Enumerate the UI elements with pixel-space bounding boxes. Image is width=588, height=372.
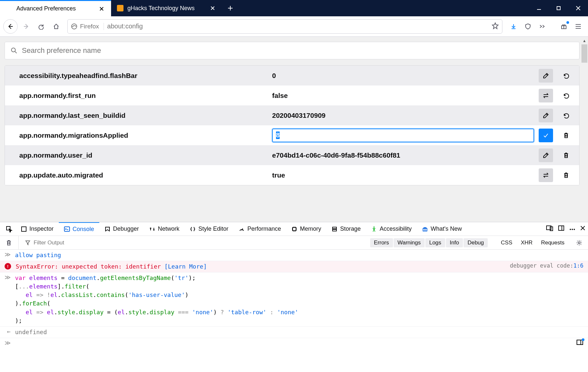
close-icon [99, 7, 104, 11]
devtools-tab-accessibility[interactable]: Accessibility [366, 222, 417, 236]
app-menu-button[interactable] [572, 20, 585, 33]
filter-chip-warnings[interactable]: Warnings [394, 238, 425, 247]
pref-reset-button[interactable] [559, 109, 573, 122]
whats-new-button[interactable] [557, 20, 570, 33]
pref-toggle-button[interactable] [539, 168, 553, 182]
devtools-tab-inspector[interactable]: Inspector [16, 222, 59, 236]
blank-favicon [6, 6, 12, 12]
tab-ghacks[interactable]: gHacks Technology News [111, 0, 222, 16]
svg-point-3 [11, 48, 15, 52]
filter-chip-errors[interactable]: Errors [370, 238, 393, 247]
shield-button[interactable] [521, 20, 534, 33]
reload-button[interactable] [35, 20, 48, 33]
pref-row: app.normandy.first_runfalse [5, 85, 579, 105]
navbar: Firefox about:config [0, 16, 588, 37]
reset-icon [563, 93, 570, 99]
split-console-button[interactable] [576, 339, 583, 347]
performance-icon [239, 226, 245, 232]
svg-point-16 [572, 229, 573, 230]
filter-chip-xhr[interactable]: XHR [517, 238, 536, 247]
pref-search-input[interactable]: Search preference name [5, 42, 580, 59]
pref-pencil-button[interactable] [539, 69, 553, 83]
devtools-tab-whats-new[interactable]: What's New [417, 222, 467, 236]
chevrons-right-icon [539, 24, 546, 28]
console-line-input: ≫ var elements = document.getElementsByT… [0, 272, 588, 327]
console-filter-input[interactable] [34, 240, 99, 246]
pref-value: e704bd14-c06c-40d6-9fa8-f54b88c60f81 [272, 151, 400, 159]
pref-trash-button[interactable] [559, 148, 573, 162]
devtools-right-controls [546, 225, 585, 233]
devtools-tab-console[interactable]: Console [59, 222, 99, 236]
console-prompt[interactable]: ≫ [0, 338, 588, 348]
identity-box[interactable]: Firefox [71, 23, 104, 30]
filter-chip-requests[interactable]: Requests [537, 238, 568, 247]
element-picker-button[interactable] [3, 222, 16, 236]
pencil-icon [543, 72, 549, 79]
pref-trash-button[interactable] [559, 129, 573, 142]
filter-chip-logs[interactable]: Logs [425, 238, 445, 247]
pref-value-input[interactable] [272, 129, 534, 142]
window-close-button[interactable] [568, 0, 588, 16]
pref-toggle-button[interactable] [539, 89, 553, 102]
close-tab-button[interactable] [98, 5, 105, 12]
prompt-in-icon: ≫ [5, 274, 10, 281]
devtools-tab-memory[interactable]: Memory [286, 222, 326, 236]
devtools-tab-performance[interactable]: Performance [234, 222, 286, 236]
svg-point-17 [574, 229, 575, 230]
home-button[interactable] [50, 20, 63, 33]
console-code: var elements = document.getElementsByTag… [15, 274, 583, 325]
pref-reset-button[interactable] [559, 89, 573, 102]
scrollbar-thumb[interactable] [581, 44, 587, 63]
close-devtools-button[interactable] [580, 225, 585, 232]
tab-advanced-preferences[interactable]: Advanced Preferences [0, 0, 111, 16]
tab-label: Style Editor [198, 225, 228, 232]
pref-trash-button[interactable] [559, 168, 573, 182]
svg-rect-9 [333, 229, 336, 231]
forward-button[interactable] [20, 20, 33, 33]
vertical-scrollbar[interactable]: ▲ [581, 37, 588, 222]
error-location[interactable]: debugger eval code:1:6 [510, 262, 583, 269]
filter-chip-debug[interactable]: Debug [464, 238, 488, 247]
filter-chip-css[interactable]: CSS [497, 238, 516, 247]
rdm-icon [546, 225, 553, 231]
devtools-tab-storage[interactable]: Storage [326, 222, 366, 236]
check-icon [543, 132, 549, 139]
new-tab-button[interactable] [222, 0, 238, 16]
downloads-button[interactable] [507, 20, 520, 33]
reload-icon [38, 23, 44, 30]
window-maximize-button[interactable] [549, 0, 568, 16]
window-minimize-button[interactable] [529, 0, 549, 16]
bookmark-star-button[interactable] [492, 22, 499, 31]
pref-pencil-button[interactable] [539, 109, 553, 122]
responsive-mode-button[interactable] [546, 225, 553, 233]
dock-button[interactable] [558, 225, 564, 233]
close-tab-button[interactable] [209, 5, 216, 12]
close-icon [576, 6, 581, 11]
learn-more-link[interactable]: [Learn More] [164, 263, 207, 270]
devtools-tab-network[interactable]: Network [144, 222, 185, 236]
devtools-tab-style-editor[interactable]: Style Editor [185, 222, 234, 236]
storage-icon [332, 226, 337, 232]
console-settings-button[interactable] [574, 240, 584, 246]
back-button[interactable] [3, 19, 18, 34]
pref-reset-button[interactable] [559, 69, 573, 83]
titlebar: Advanced Preferences gHacks Technology N… [0, 0, 588, 16]
devtools-tab-debugger[interactable]: Debugger [99, 222, 144, 236]
pref-save-button[interactable] [539, 129, 553, 142]
minimize-icon [536, 6, 542, 11]
console-output[interactable]: ≫ allow pasting ! SyntaxError: unexpecte… [0, 250, 588, 372]
overflow-button[interactable] [536, 20, 549, 33]
debugger-icon [105, 226, 110, 232]
arrow-right-icon [23, 23, 29, 30]
pref-pencil-button[interactable] [539, 148, 553, 162]
trash-icon [563, 152, 569, 159]
console-line-input: ≫ allow pasting [0, 250, 588, 261]
more-button[interactable] [569, 225, 576, 232]
filter-chip-info[interactable]: Info [446, 238, 463, 247]
notification-dot [582, 338, 584, 341]
url-bar[interactable]: Firefox about:config [67, 19, 502, 34]
meatballs-icon [569, 228, 576, 231]
svg-rect-14 [559, 226, 564, 230]
clear-console-button[interactable] [4, 240, 14, 246]
gift-icon [561, 23, 567, 30]
